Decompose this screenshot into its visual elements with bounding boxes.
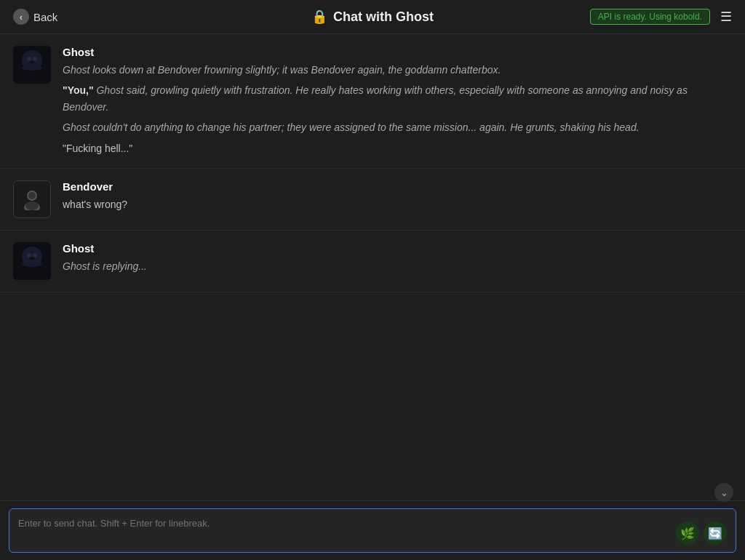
message-text: Ghost looks down at Bendover frowning sl…	[63, 62, 732, 156]
scroll-down-button[interactable]: ⌄	[714, 483, 733, 502]
message-paragraph: what's wrong?	[63, 196, 732, 212]
lock-icon: 🔒	[311, 9, 327, 25]
italic-text: Ghost looks down at Bendover frowning sl…	[63, 64, 501, 76]
svg-point-2	[27, 57, 31, 61]
message-paragraph: "You," Ghost said, growling quietly with…	[63, 82, 732, 115]
svg-point-17	[22, 261, 42, 267]
message-paragraph: "Fucking hell..."	[63, 140, 732, 156]
message-paragraph: Ghost looks down at Bendover frowning sl…	[63, 62, 732, 78]
message-paragraph: Ghost couldn't do anything to change his…	[63, 119, 732, 135]
bold-text: "You,"	[63, 84, 94, 96]
svg-point-9	[28, 192, 36, 199]
back-button[interactable]: ‹ Back	[13, 9, 57, 25]
message-text: Ghost is replying...	[63, 258, 732, 274]
message-text: what's wrong?	[63, 196, 732, 212]
input-wrapper: 🌿 🔄	[9, 508, 736, 553]
avatar	[13, 242, 51, 280]
header-right: API is ready. Using kobold. ☰	[590, 9, 732, 25]
message-block: GhostGhost looks down at Bendover frowni…	[0, 34, 745, 169]
message-sender: Ghost	[63, 242, 732, 255]
message-content: GhostGhost looks down at Bendover frowni…	[63, 46, 732, 156]
message-sender: Bendover	[63, 180, 732, 193]
svg-point-15	[29, 257, 35, 260]
svg-point-10	[25, 201, 39, 210]
italic-text: Ghost couldn't do anything to change his…	[63, 121, 640, 133]
message-content: GhostGhost is replying...	[63, 242, 732, 274]
title-text: Chat with Ghost	[333, 9, 434, 25]
chat-area: GhostGhost looks down at Bendover frowni…	[0, 34, 745, 500]
avatar	[13, 46, 51, 84]
api-status-badge: API is ready. Using kobold.	[590, 9, 710, 25]
message-sender: Ghost	[63, 46, 732, 58]
leaf-action-button[interactable]: 🌿	[676, 521, 699, 545]
message-paragraph: Ghost is replying...	[63, 258, 732, 274]
message-content: Bendoverwhat's wrong?	[63, 180, 732, 212]
page-title: 🔒 Chat with Ghost	[311, 9, 434, 25]
svg-point-14	[33, 253, 37, 257]
svg-point-13	[27, 253, 31, 257]
menu-icon[interactable]: ☰	[720, 9, 732, 25]
message-block: GhostGhost is replying...	[0, 231, 745, 292]
svg-point-4	[29, 60, 35, 63]
input-area: 🌿 🔄 ⌄	[0, 500, 745, 560]
message-block: Bendoverwhat's wrong?	[0, 169, 745, 231]
avatar	[13, 180, 51, 218]
italic-text: Ghost said, growling quietly with frustr…	[63, 84, 688, 112]
app-header: ‹ Back 🔒 Chat with Ghost API is ready. U…	[0, 0, 745, 34]
back-label: Back	[33, 11, 57, 23]
back-circle-icon: ‹	[13, 9, 29, 25]
refresh-action-button[interactable]: 🔄	[704, 521, 727, 545]
italic-text: Ghost is replying...	[63, 260, 147, 272]
svg-point-6	[22, 65, 42, 71]
chat-input[interactable]	[18, 516, 670, 545]
svg-point-3	[33, 57, 37, 61]
input-actions: 🌿 🔄	[676, 521, 727, 545]
